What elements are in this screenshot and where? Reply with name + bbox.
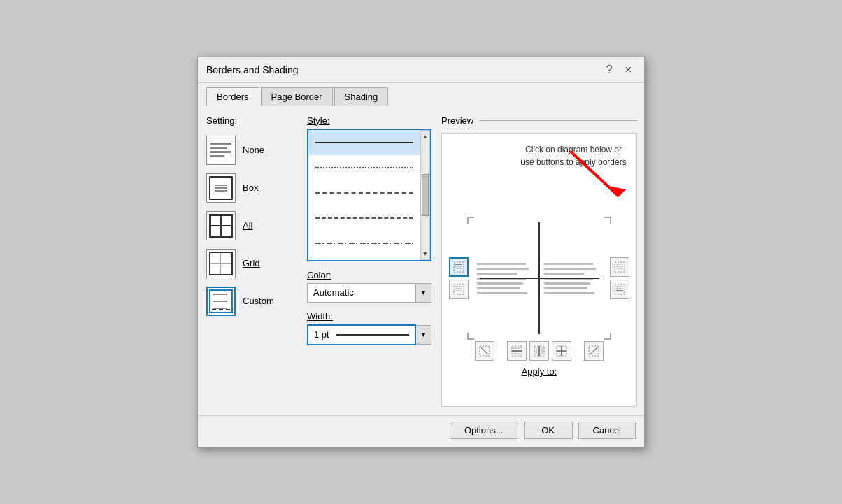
preview-left-btns	[449, 257, 469, 299]
custom-icon	[206, 287, 236, 316]
setting-all[interactable]: All	[206, 210, 297, 242]
spacer	[536, 211, 543, 218]
preview-label: Preview	[441, 115, 637, 126]
style-dashed-sm[interactable]	[308, 180, 420, 206]
color-row: Automatic ▾	[307, 283, 431, 303]
tab-shading[interactable]: Shading	[334, 87, 389, 106]
preview-btn-top-border[interactable]	[449, 257, 469, 277]
style-dash-dot[interactable]	[308, 231, 420, 256]
footer: Options... OK Cancel	[198, 415, 644, 447]
dash-dot-line-preview	[315, 243, 413, 244]
color-section: Color: Automatic ▾	[307, 270, 431, 303]
box-icon	[206, 173, 236, 203]
svg-line-19	[481, 347, 488, 354]
scroll-up-arrow[interactable]: ▲	[421, 131, 429, 142]
doc-line	[477, 273, 517, 275]
scroll-thumb[interactable]	[422, 174, 429, 216]
preview-btn-bottom-border[interactable]	[610, 280, 629, 299]
doc-inner	[473, 222, 606, 334]
color-select[interactable]: Automatic	[307, 283, 416, 303]
style-section: Style:	[307, 115, 431, 261]
apply-to-row: Apply to:	[522, 361, 557, 377]
dialog-title: Borders and Shading	[206, 64, 299, 81]
ok-button[interactable]: OK	[524, 422, 573, 439]
dashed-lg-line-preview	[315, 217, 413, 219]
right-panel: Preview Click on diagram below or use bu…	[441, 115, 637, 407]
preview-bottom-btns	[475, 341, 604, 361]
dashed-sm-line-preview	[315, 192, 413, 194]
dialog: Borders and Shading ? × Borders Page Bor…	[197, 57, 645, 448]
doc-line	[544, 263, 593, 265]
svg-rect-2	[454, 262, 464, 272]
setting-custom-label: Custom	[243, 296, 274, 306]
color-dropdown-arrow[interactable]: ▾	[416, 283, 431, 303]
doc-line	[477, 282, 523, 285]
doc-line	[477, 292, 527, 294]
dotted-line-preview	[315, 167, 413, 168]
apply-to-label: Apply to:	[522, 366, 557, 377]
setting-grid[interactable]: Grid	[206, 247, 297, 280]
color-value: Automatic	[313, 287, 354, 298]
solid-line-preview	[315, 142, 413, 143]
title-bar-right: ? ×	[602, 63, 636, 82]
doc-line	[544, 268, 596, 270]
setting-panel: Setting: None	[206, 115, 297, 407]
doc-preview-container[interactable]	[473, 222, 606, 334]
setting-box[interactable]: Box	[206, 172, 297, 204]
width-value: 1 pt	[314, 329, 329, 340]
width-dropdown-arrow[interactable]: ▾	[416, 325, 431, 345]
setting-grid-label: Grid	[243, 258, 260, 268]
doc-line	[477, 263, 526, 265]
preview-layout-container: Apply to:	[442, 197, 636, 384]
style-solid[interactable]	[308, 130, 420, 155]
preview-center-row	[449, 222, 629, 334]
style-items	[308, 130, 420, 260]
preview-btn-inner-h[interactable]	[507, 341, 527, 361]
scroll-down-arrow[interactable]: ▼	[421, 248, 429, 259]
preview-area: Click on diagram below or use buttons to…	[441, 133, 637, 407]
none-icon	[206, 136, 236, 165]
options-button[interactable]: Options...	[450, 422, 518, 439]
tabs-bar: Borders Page Border Shading	[198, 83, 644, 106]
spacer2	[574, 341, 581, 361]
doc-line	[477, 268, 529, 270]
setting-custom[interactable]: Custom	[206, 285, 297, 317]
width-row: 1 pt ▾	[307, 324, 431, 345]
style-dotted[interactable]	[308, 155, 420, 180]
style-scrollbar[interactable]: ▲ ▼	[420, 130, 430, 260]
preview-right-btns	[610, 257, 629, 299]
middle-panel: Style:	[307, 115, 431, 407]
svg-rect-6	[454, 285, 464, 294]
preview-btn-diagonal-down[interactable]	[475, 341, 494, 361]
doc-line	[544, 292, 594, 294]
preview-btn-inner-both[interactable]	[552, 341, 571, 361]
tab-borders-label: Borders	[217, 92, 249, 102]
cancel-button[interactable]: Cancel	[578, 422, 636, 439]
setting-none[interactable]: None	[206, 134, 297, 166]
tab-shading-label: Shading	[345, 92, 378, 102]
all-icon	[206, 211, 236, 240]
svg-rect-14	[615, 285, 625, 294]
svg-rect-10	[615, 262, 625, 272]
doc-line	[477, 287, 520, 289]
preview-btn-diagonal-up[interactable]	[584, 341, 604, 361]
close-button[interactable]: ×	[621, 63, 636, 77]
doc-center-line	[480, 278, 599, 279]
width-line-preview	[336, 334, 409, 336]
tab-page-border[interactable]: Page Border	[261, 87, 333, 106]
style-dashed-lg[interactable]	[308, 206, 420, 231]
tab-borders[interactable]: Borders	[206, 87, 259, 106]
setting-box-label: Box	[243, 182, 258, 193]
preview-btn-left-border[interactable]	[449, 280, 469, 299]
width-select[interactable]: 1 pt	[307, 324, 416, 345]
preview-btn-right-border[interactable]	[610, 257, 629, 277]
style-list[interactable]: ▲ ▼	[307, 129, 431, 261]
doc-line	[544, 287, 587, 289]
preview-instruction: Click on diagram below or use buttons to…	[518, 143, 629, 168]
help-button[interactable]: ?	[602, 63, 617, 77]
preview-btn-inner-v[interactable]	[529, 341, 549, 361]
width-section: Width: 1 pt ▾	[307, 311, 431, 345]
doc-line	[544, 273, 584, 275]
title-bar: Borders and Shading ? ×	[198, 57, 644, 83]
setting-none-label: None	[243, 145, 264, 155]
